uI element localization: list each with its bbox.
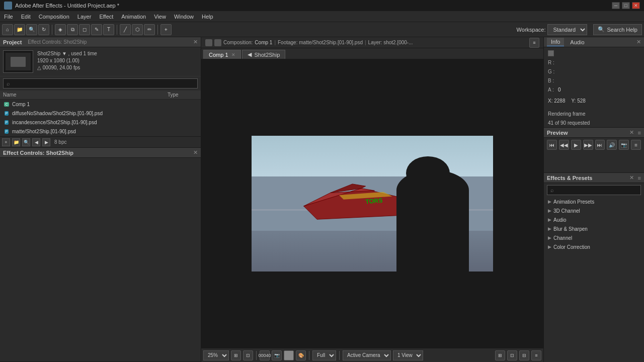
r-label: R : [548,58,556,67]
preview-controls: ⏮ ◀◀ ▶ ▶▶ ⏭ 🔊 📷 ≡ [544,138,644,152]
maximize-button[interactable]: □ [622,2,630,9]
resolution-select[interactable]: Full [312,350,336,360]
preview-rev[interactable]: ◀◀ [559,140,569,150]
project-panel-header: Project Effect Controls: Shot2Ship ✕ [0,37,201,47]
camera-btn[interactable]: 📷 [272,350,282,360]
effects-item-color[interactable]: ▶ Color Correction [544,242,644,251]
list-item[interactable]: P matte/Shot2Ship.[01-90].psd [0,127,201,136]
separator-2 [117,25,117,35]
vp-extra4[interactable]: ≡ [531,350,541,360]
project-search-area [0,76,201,90]
effects-item-animation[interactable]: ▶ Animation Presets [544,197,644,206]
menu-file[interactable]: File [0,11,17,22]
camera-select[interactable]: Active Camera [343,350,391,360]
prev-btn[interactable]: ◀ [32,138,40,146]
tab-info[interactable]: Info [547,38,564,46]
effects-close[interactable]: ✕ [629,174,634,181]
comp-canvas: TORS [252,136,493,272]
color-btn[interactable] [284,350,294,360]
folder-btn[interactable]: 📁 [12,138,20,146]
tool-6[interactable]: ╱ [120,24,131,35]
project-file-name: Shot2Ship ▼ , used 1 time [37,50,97,57]
search-help-label: Search Help [607,27,637,33]
info-content: R : G : B : A : 0 X: [544,47,644,131]
tool-2[interactable]: ⧉ [67,24,78,35]
preview-close[interactable]: ✕ [629,129,634,136]
list-item[interactable]: P diffuseNoShadow/Shot2Ship.[01-90].psd [0,109,201,118]
new-item-btn[interactable]: + [2,138,10,146]
tool-7[interactable]: ⬡ [132,24,143,35]
preview-menu[interactable]: ≡ [638,130,641,136]
fit-btn[interactable]: ⊞ [231,350,241,360]
next-btn[interactable]: ▶ [42,138,50,146]
a-label: A : [548,85,556,95]
timecode-value: 00040 [258,353,271,358]
vp-extra1[interactable]: ⊞ [495,350,505,360]
menu-animation[interactable]: Animation [117,11,150,22]
workspace-dropdown[interactable]: Standard [547,24,587,35]
vp-extra3[interactable]: ⊟ [519,350,529,360]
search-help-box[interactable]: 🔍 Search Help [593,24,642,35]
view-select[interactable]: 1 View [393,350,423,360]
panel-close-btn[interactable]: ✕ [193,39,198,45]
effects-item-3d[interactable]: ▶ 3D Channel [544,206,644,215]
menu-effect[interactable]: Effect [95,11,117,22]
tab-audio[interactable]: Audio [566,38,588,46]
preview-play[interactable]: ▶ [571,140,581,150]
search-icon: 🔍 [598,26,605,33]
expand-icon: ▶ [548,217,551,222]
preview-audio[interactable]: 🔊 [607,140,617,150]
psd-icon: P [3,128,10,135]
menu-layer[interactable]: Layer [73,11,96,22]
menu-edit[interactable]: Edit [17,11,35,22]
project-search-input[interactable] [3,78,198,88]
close-button[interactable]: ✕ [632,2,640,9]
tool-home[interactable]: ⌂ [2,24,13,35]
tool-1[interactable]: ◈ [55,24,66,35]
comp-tab-shot2ship[interactable]: ◀ Shot2Ship [242,50,286,59]
timecode-btn[interactable]: 00040 [260,350,270,360]
preview-title: Preview [547,130,568,136]
effects-menu[interactable]: ≡ [638,175,641,181]
comp-name: Comp 1 [255,40,272,45]
menu-composition[interactable]: Composition [35,11,73,22]
effects-item-channel[interactable]: ▶ Channel [544,233,644,242]
rendering-info: Rendering frame 41 of 90 requested [548,110,640,128]
menu-help[interactable]: Help [198,11,217,22]
effects-search-input[interactable] [547,185,641,195]
info-close[interactable]: ✕ [636,39,641,45]
tool-refresh[interactable]: ↻ [38,24,49,35]
effects-item-audio[interactable]: ▶ Audio [544,215,644,224]
list-item[interactable]: C Comp 1 [0,100,201,109]
tool-5[interactable]: T [103,24,114,35]
tool-8[interactable]: ✏ [144,24,155,35]
minimize-button[interactable]: ─ [612,2,620,9]
vp-extra2[interactable]: ⊡ [507,350,517,360]
preview-fwd[interactable]: ▶▶ [583,140,593,150]
search-btn[interactable]: 🔍 [22,138,30,146]
preview-last[interactable]: ⏭ [595,140,605,150]
comp-tab-comp1[interactable]: Comp 1 ✕ [203,50,241,59]
tool-search[interactable]: 🔍 [26,24,37,35]
preview-first[interactable]: ⏮ [547,140,557,150]
effects-item-blur[interactable]: ▶ Blur & Sharpen [544,224,644,233]
preview-panel: Preview ✕ ≡ ⏮ ◀◀ ▶ ▶▶ ⏭ 🔊 📷 ≡ [544,128,644,173]
preview-snapshot[interactable]: 📷 [619,140,629,150]
tool-4[interactable]: ✎ [91,24,102,35]
tool-3[interactable]: ◻ [79,24,90,35]
comp-tab-close[interactable]: ✕ [231,52,235,57]
tool-new[interactable]: 📁 [14,24,25,35]
effect-close-btn[interactable]: ✕ [193,149,198,156]
zoom-select[interactable]: 25% [203,350,229,360]
comp-viewer-menu[interactable]: ≡ [529,38,539,48]
pixel-btn[interactable]: ⊡ [243,350,253,360]
tool-9[interactable]: ⌖ [160,24,172,35]
project-title: Project [3,39,22,45]
list-item[interactable]: P incandescence/Shot2Ship.[01-90].psd [0,118,201,127]
preview-menu-btn[interactable]: ≡ [631,140,641,150]
menu-window[interactable]: Window [170,11,198,22]
effects-label: Color Correction [553,244,590,250]
menu-view[interactable]: View [150,11,170,22]
channel-btn[interactable]: 🎨 [296,350,306,360]
expand-icon: ▶ [548,226,551,231]
